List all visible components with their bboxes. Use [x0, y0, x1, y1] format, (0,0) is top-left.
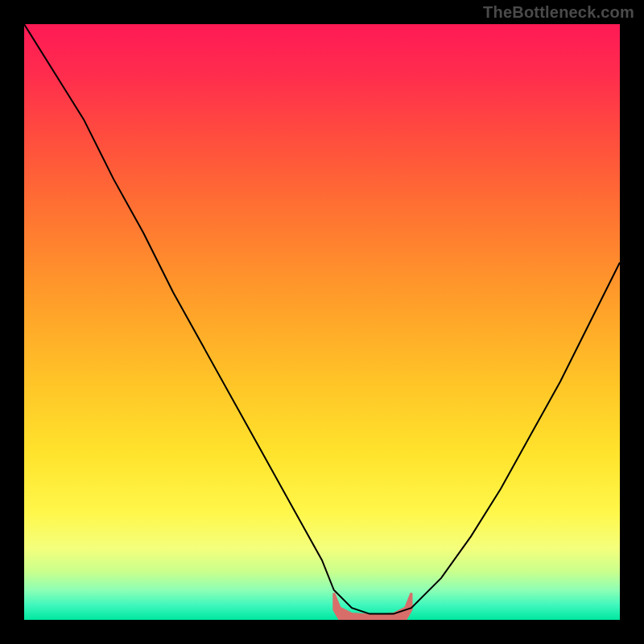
bottleneck-chart: [24, 24, 620, 620]
chart-svg: [24, 24, 620, 620]
watermark-label: TheBottleneck.com: [483, 3, 634, 22]
chart-frame: TheBottleneck.com: [0, 0, 644, 644]
gradient-background: [24, 24, 620, 620]
